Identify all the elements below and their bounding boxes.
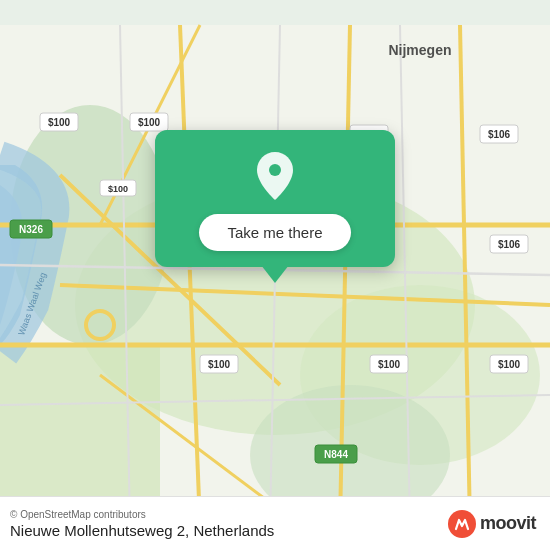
svg-text:$100: $100 [208, 359, 231, 370]
svg-text:$100: $100 [48, 117, 71, 128]
address-text: Nieuwe Mollenhutseweg 2, Netherlands [10, 522, 274, 539]
take-me-there-button[interactable]: Take me there [199, 214, 350, 251]
copyright-text: © OpenStreetMap contributors [10, 509, 274, 520]
popup-card: Take me there [155, 130, 395, 267]
svg-text:$100: $100 [108, 184, 128, 194]
bottom-bar: © OpenStreetMap contributors Nieuwe Moll… [0, 496, 550, 550]
svg-text:Nijmegen: Nijmegen [388, 42, 451, 58]
svg-point-51 [269, 164, 281, 176]
bottom-info: © OpenStreetMap contributors Nieuwe Moll… [10, 509, 274, 539]
svg-text:$100: $100 [498, 359, 521, 370]
svg-text:$100: $100 [138, 117, 161, 128]
map-container: $100 $100 $100 $100 $100 $105 $105 $106 … [0, 0, 550, 550]
moovit-logo: moovit [448, 510, 536, 538]
location-pin-icon [253, 150, 297, 202]
svg-text:$106: $106 [488, 129, 511, 140]
location-icon-wrapper [249, 150, 301, 202]
svg-text:$100: $100 [378, 359, 401, 370]
svg-text:N844: N844 [324, 449, 348, 460]
moovit-icon [448, 510, 476, 538]
svg-text:N326: N326 [19, 224, 43, 235]
moovit-label: moovit [480, 513, 536, 534]
svg-text:$106: $106 [498, 239, 521, 250]
